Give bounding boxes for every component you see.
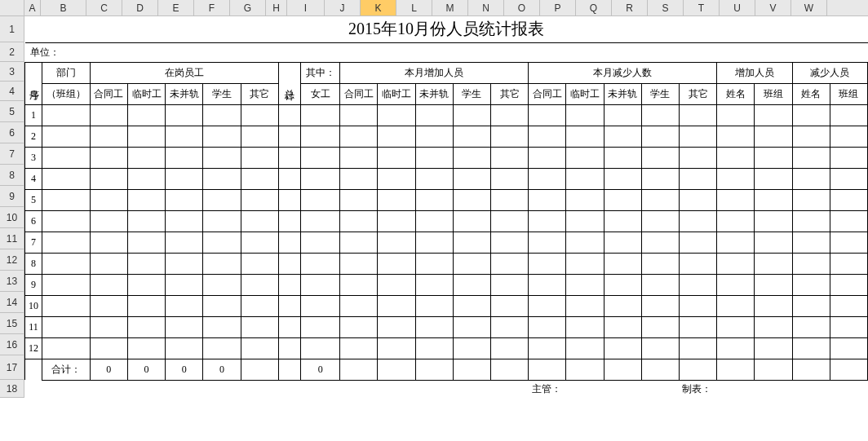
cell[interactable] xyxy=(604,274,641,295)
col-header-R[interactable]: R xyxy=(612,0,648,15)
cell[interactable] xyxy=(241,147,278,168)
cell[interactable] xyxy=(278,189,300,210)
col-header-K[interactable]: K xyxy=(361,0,396,15)
col-header-U[interactable]: U xyxy=(720,0,755,15)
cell[interactable] xyxy=(300,210,339,232)
col-header-N[interactable]: N xyxy=(468,0,504,15)
col-header-M[interactable]: M xyxy=(432,0,468,15)
cell[interactable] xyxy=(415,232,453,253)
cell[interactable] xyxy=(378,104,415,126)
cell[interactable] xyxy=(203,168,241,189)
cell[interactable] xyxy=(300,232,339,253)
cell[interactable] xyxy=(166,274,203,295)
cell[interactable] xyxy=(529,104,566,126)
cell[interactable] xyxy=(604,104,641,126)
cell[interactable] xyxy=(340,295,378,316)
cell[interactable] xyxy=(566,104,604,126)
cell[interactable] xyxy=(792,189,830,210)
cell[interactable] xyxy=(529,295,566,316)
cell[interactable] xyxy=(566,232,604,253)
cell[interactable] xyxy=(415,295,453,316)
cell[interactable] xyxy=(42,232,90,253)
cell[interactable] xyxy=(203,189,241,210)
cell[interactable] xyxy=(90,189,127,210)
row-header-16[interactable]: 16 xyxy=(0,334,24,355)
cell[interactable] xyxy=(755,337,792,359)
cell[interactable] xyxy=(127,316,165,337)
cell[interactable] xyxy=(830,337,867,359)
cell[interactable] xyxy=(241,295,278,316)
cell[interactable] xyxy=(340,232,378,253)
cell[interactable] xyxy=(641,337,679,359)
cell[interactable] xyxy=(166,232,203,253)
row-header-15[interactable]: 15 xyxy=(0,313,24,334)
cell[interactable] xyxy=(830,168,867,189)
cell[interactable] xyxy=(717,274,755,295)
cell[interactable] xyxy=(378,316,415,337)
cell[interactable] xyxy=(566,337,604,359)
cell[interactable] xyxy=(300,147,339,168)
cell[interactable] xyxy=(755,316,792,337)
cell[interactable] xyxy=(529,274,566,295)
cell[interactable] xyxy=(830,295,867,316)
cell[interactable] xyxy=(278,295,300,316)
col-header-C[interactable]: C xyxy=(86,0,122,15)
cell[interactable] xyxy=(679,189,716,210)
cell[interactable] xyxy=(792,147,830,168)
cell[interactable] xyxy=(127,104,165,126)
cell[interactable] xyxy=(830,210,867,232)
cell[interactable] xyxy=(90,337,127,359)
cell[interactable] xyxy=(415,104,453,126)
cell[interactable] xyxy=(491,295,529,316)
cell[interactable] xyxy=(566,274,604,295)
cell[interactable] xyxy=(717,104,755,126)
cell[interactable] xyxy=(529,337,566,359)
cell[interactable] xyxy=(241,253,278,274)
cell[interactable] xyxy=(453,147,490,168)
cell[interactable] xyxy=(127,147,165,168)
cell[interactable] xyxy=(340,316,378,337)
cell[interactable] xyxy=(203,232,241,253)
cell[interactable] xyxy=(604,210,641,232)
cell[interactable] xyxy=(42,316,90,337)
cell[interactable] xyxy=(90,253,127,274)
cell[interactable] xyxy=(529,168,566,189)
cell[interactable] xyxy=(641,104,679,126)
cell[interactable] xyxy=(90,295,127,316)
col-header-F[interactable]: F xyxy=(194,0,230,15)
row-header-4[interactable]: 4 xyxy=(0,82,24,101)
cell[interactable] xyxy=(340,253,378,274)
cell[interactable] xyxy=(378,168,415,189)
cell[interactable] xyxy=(641,147,679,168)
cell[interactable] xyxy=(203,253,241,274)
cell[interactable] xyxy=(491,253,529,274)
cell[interactable] xyxy=(278,274,300,295)
cell[interactable] xyxy=(340,189,378,210)
cell[interactable] xyxy=(241,126,278,147)
cell[interactable] xyxy=(203,104,241,126)
cell[interactable] xyxy=(641,316,679,337)
cell[interactable] xyxy=(792,337,830,359)
col-header-G[interactable]: G xyxy=(230,0,266,15)
cell[interactable] xyxy=(166,168,203,189)
cell[interactable] xyxy=(415,316,453,337)
row-header-9[interactable]: 9 xyxy=(0,186,24,207)
cell[interactable] xyxy=(300,168,339,189)
cell[interactable] xyxy=(604,147,641,168)
col-header-P[interactable]: P xyxy=(540,0,576,15)
cell[interactable] xyxy=(604,337,641,359)
cell[interactable] xyxy=(241,274,278,295)
cell[interactable] xyxy=(340,337,378,359)
cell[interactable] xyxy=(717,210,755,232)
cell[interactable] xyxy=(378,232,415,253)
cell[interactable] xyxy=(166,337,203,359)
cell[interactable] xyxy=(830,189,867,210)
cell[interactable] xyxy=(166,126,203,147)
cell[interactable] xyxy=(378,337,415,359)
cell[interactable] xyxy=(491,316,529,337)
cell[interactable] xyxy=(453,232,490,253)
cell[interactable] xyxy=(203,316,241,337)
cell[interactable] xyxy=(415,337,453,359)
cell[interactable] xyxy=(42,189,90,210)
cell[interactable] xyxy=(566,168,604,189)
